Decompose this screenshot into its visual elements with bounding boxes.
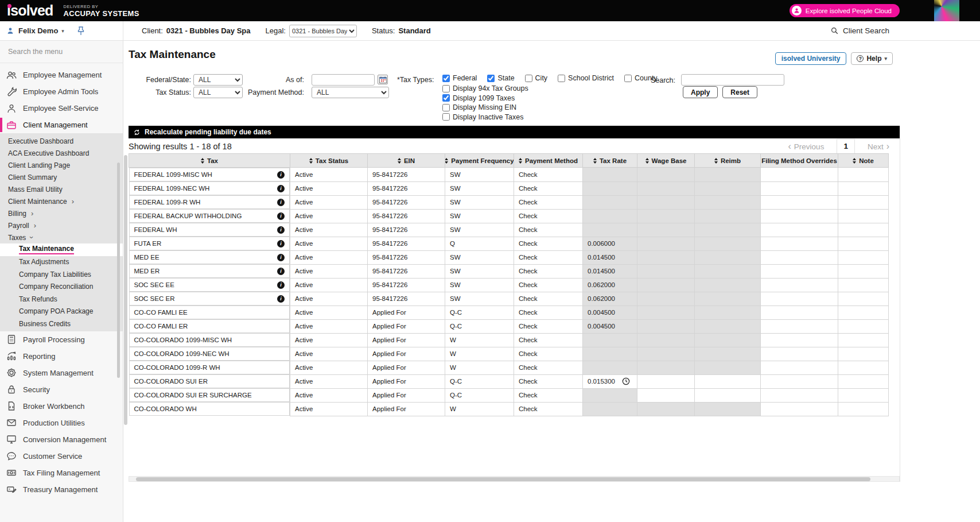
table-row[interactable]: CO-CO FAMLI EE Active Applied For Q-C Ch… bbox=[129, 306, 889, 319]
reimb-cell[interactable] bbox=[695, 388, 761, 402]
wage-base-cell[interactable] bbox=[637, 278, 695, 292]
wage-base-cell[interactable] bbox=[637, 388, 695, 402]
wage-base-cell[interactable] bbox=[637, 361, 695, 374]
table-row[interactable]: CO-COLORADO WH Active Applied For W Chec… bbox=[129, 402, 889, 416]
sidebar-item-payroll-processing[interactable]: Payroll Processing bbox=[0, 331, 123, 348]
tax-rate-cell[interactable] bbox=[583, 402, 637, 416]
client-search-button[interactable]: Client Search bbox=[830, 21, 980, 40]
checkbox-input[interactable] bbox=[442, 75, 450, 82]
sidebar-item-treasury-management[interactable]: Treasury Management bbox=[0, 481, 123, 498]
column-header[interactable]: Reimb bbox=[695, 154, 761, 168]
sidebar-taxes-item[interactable]: Company POA Package bbox=[0, 306, 123, 318]
column-header[interactable]: Filing Method Overrides bbox=[761, 154, 838, 168]
checkbox-input[interactable] bbox=[525, 75, 532, 82]
tax-type-checkbox[interactable]: Federal bbox=[442, 74, 477, 82]
column-header[interactable]: Payment Method bbox=[514, 154, 583, 168]
info-icon[interactable] bbox=[277, 185, 285, 192]
reimb-cell[interactable] bbox=[695, 306, 761, 319]
legal-company-select[interactable]: 0321 - Bubbles Day Spa bbox=[289, 25, 357, 37]
checkbox-input[interactable] bbox=[442, 113, 450, 121]
pin-icon[interactable] bbox=[77, 26, 85, 36]
tax-rate-cell[interactable]: 0.004500 bbox=[583, 306, 637, 319]
tax-status-select[interactable]: ALL bbox=[193, 87, 243, 98]
sidebar-subitem[interactable]: Mass Email Utility bbox=[0, 183, 123, 195]
info-icon[interactable] bbox=[277, 212, 285, 220]
display-option-checkbox[interactable]: Display 94x Tax Groups bbox=[442, 84, 528, 94]
reimb-cell[interactable] bbox=[695, 181, 761, 195]
wage-base-cell[interactable] bbox=[637, 319, 695, 333]
tax-rate-cell[interactable] bbox=[583, 347, 637, 361]
sidebar-item-security[interactable]: Security bbox=[0, 381, 123, 398]
column-header[interactable]: Payment Frequency bbox=[445, 154, 514, 168]
sidebar-item-broker-workbench[interactable]: Broker Workbench bbox=[0, 398, 123, 415]
info-icon[interactable] bbox=[277, 199, 285, 206]
sidebar-item-production-utilities[interactable]: Production Utilities bbox=[0, 415, 123, 431]
wage-base-cell[interactable] bbox=[637, 250, 695, 264]
table-row[interactable]: MED ER Active 95-8417226 SW Check 0.0145… bbox=[129, 264, 889, 278]
reimb-cell[interactable] bbox=[695, 237, 761, 250]
tax-rate-cell[interactable]: 0.015300 bbox=[583, 374, 637, 388]
isolved-logo[interactable]: isolved bbox=[7, 3, 53, 18]
reimb-cell[interactable] bbox=[695, 168, 761, 182]
info-icon[interactable] bbox=[277, 268, 285, 275]
checkbox-input[interactable] bbox=[558, 75, 565, 82]
sidebar-taxes-item[interactable]: Company Reconciliation bbox=[0, 281, 123, 293]
reimb-cell[interactable] bbox=[695, 361, 761, 374]
wage-base-cell[interactable] bbox=[637, 402, 695, 416]
sidebar-item-tax-filing-management[interactable]: Tax Filing Management bbox=[0, 465, 123, 481]
tax-type-checkbox[interactable]: School District bbox=[558, 74, 614, 82]
table-row[interactable]: FEDERAL BACKUP WITHHOLDING Active 95-841… bbox=[129, 209, 889, 223]
sidebar-taxes-item[interactable]: Company Tax Liabilities bbox=[0, 268, 123, 281]
recalculate-liability-bar[interactable]: Recalculate pending liability due dates bbox=[129, 126, 900, 138]
as-of-date-input[interactable] bbox=[312, 74, 375, 86]
isolved-university-button[interactable]: isolved University bbox=[775, 52, 847, 65]
tax-rate-cell[interactable] bbox=[583, 333, 637, 347]
tax-rate-cell[interactable] bbox=[583, 181, 637, 195]
help-button[interactable]: Help bbox=[851, 52, 893, 65]
sidebar-subitem-expandable[interactable]: Client Maintenance bbox=[0, 195, 123, 207]
sidebar-taxes-item[interactable]: Tax Adjustments bbox=[0, 256, 123, 269]
table-row[interactable]: SOC SEC ER Active 95-8417226 SW Check 0.… bbox=[129, 292, 889, 306]
sidebar-subitem[interactable]: ACA Executive Dashboard bbox=[0, 147, 123, 159]
sidebar-item-reporting[interactable]: Reporting bbox=[0, 348, 123, 365]
wage-base-cell[interactable] bbox=[637, 181, 695, 195]
column-header[interactable]: Wage Base bbox=[637, 154, 695, 168]
sidebar-item-employee-self-service[interactable]: Employee Self-Service bbox=[0, 100, 123, 117]
table-row[interactable]: FUTA ER Active 95-8417226 Q Check 0.0060… bbox=[129, 237, 889, 250]
table-row[interactable]: CO-COLORADO 1099-NEC WH Active Applied F… bbox=[129, 347, 889, 361]
wage-base-cell[interactable] bbox=[637, 333, 695, 347]
sidebar-scrollbar[interactable] bbox=[117, 163, 120, 378]
column-header[interactable]: Note bbox=[838, 154, 889, 168]
tax-type-checkbox[interactable]: State bbox=[487, 74, 514, 82]
table-row[interactable]: FEDERAL 1099-R WH Active 95-8417226 SW C… bbox=[129, 195, 889, 209]
table-row[interactable]: FEDERAL WH Active 95-8417226 SW Check bbox=[129, 223, 889, 237]
sidebar-subitem[interactable]: Executive Dashboard bbox=[0, 135, 123, 147]
sidebar-taxes-item[interactable]: Tax Maintenance bbox=[0, 243, 123, 256]
sidebar-taxes-item[interactable]: Tax Refunds bbox=[0, 293, 123, 306]
wage-base-cell[interactable] bbox=[637, 195, 695, 209]
column-header[interactable]: Tax Rate bbox=[583, 154, 637, 168]
wage-base-cell[interactable] bbox=[637, 237, 695, 250]
column-header[interactable]: Tax Status bbox=[290, 154, 368, 168]
sidebar-item-conversion-management[interactable]: Conversion Management bbox=[0, 431, 123, 448]
table-row[interactable]: CO-CO FAMLI ER Active Applied For Q-C Ch… bbox=[129, 319, 889, 333]
info-icon[interactable] bbox=[277, 171, 285, 179]
reimb-cell[interactable] bbox=[695, 319, 761, 333]
sidebar-item-system-management[interactable]: System Management bbox=[0, 365, 123, 381]
checkbox-input[interactable] bbox=[442, 94, 450, 102]
info-icon[interactable] bbox=[277, 240, 285, 248]
table-row[interactable]: SOC SEC EE Active 95-8417226 SW Check 0.… bbox=[129, 278, 889, 292]
reimb-cell[interactable] bbox=[695, 292, 761, 306]
sidebar-subitem-expandable[interactable]: Payroll bbox=[0, 219, 123, 231]
sidebar-item-client-management[interactable]: Client Management bbox=[0, 117, 123, 133]
column-header[interactable]: Tax bbox=[129, 154, 290, 168]
sidebar-subitem-taxes[interactable]: Taxes bbox=[0, 231, 123, 243]
display-option-checkbox[interactable]: Display Inactive Taxes bbox=[442, 113, 528, 122]
checkbox-input[interactable] bbox=[442, 85, 450, 92]
calendar-icon[interactable] bbox=[378, 75, 388, 84]
wage-base-cell[interactable] bbox=[637, 374, 695, 388]
reimb-cell[interactable] bbox=[695, 333, 761, 347]
explore-people-cloud-button[interactable]: Explore isolved People Cloud bbox=[790, 4, 900, 17]
vertical-scrollbar[interactable] bbox=[124, 155, 127, 425]
payment-method-select[interactable]: ALL bbox=[312, 87, 389, 98]
